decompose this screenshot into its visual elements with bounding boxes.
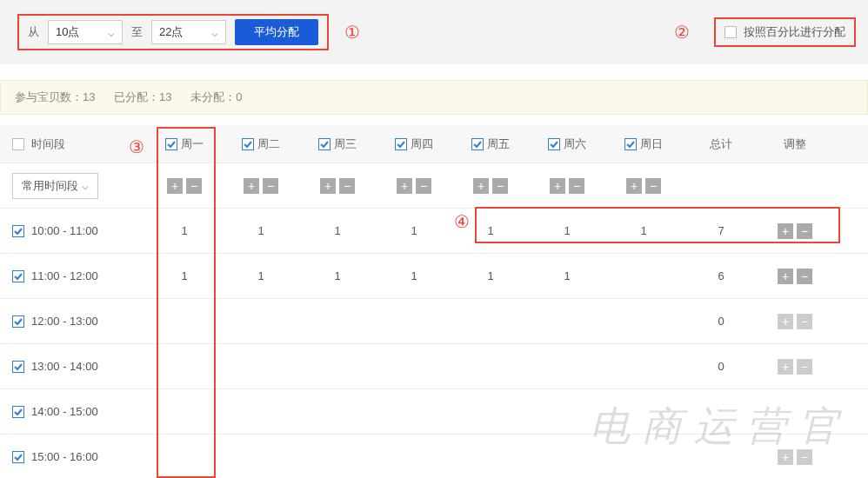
minus-button[interactable]: − bbox=[645, 178, 661, 194]
cell-value[interactable]: 1 bbox=[376, 224, 452, 237]
svg-rect-1 bbox=[243, 138, 254, 149]
checkbox-checked-icon[interactable] bbox=[12, 406, 24, 418]
checkbox-checked-icon bbox=[318, 138, 331, 150]
plus-button[interactable]: + bbox=[778, 359, 793, 375]
header-day-sat[interactable]: 周六 bbox=[529, 136, 605, 152]
minus-button[interactable]: − bbox=[492, 178, 508, 194]
percent-checkbox[interactable] bbox=[724, 26, 737, 38]
header-day-sun[interactable]: 周日 bbox=[605, 136, 682, 152]
time-range: 15:00 - 16:00 bbox=[31, 450, 98, 463]
distribute-button[interactable]: 平均分配 bbox=[235, 19, 318, 45]
annotation-2: ② bbox=[674, 22, 690, 43]
checkbox-checked-icon bbox=[624, 138, 637, 150]
table-row: 10:00 - 11:0011111117+− bbox=[0, 209, 868, 254]
plus-button[interactable]: + bbox=[778, 269, 793, 284]
svg-rect-0 bbox=[166, 138, 177, 149]
time-range: 10:00 - 11:00 bbox=[31, 224, 98, 237]
svg-rect-6 bbox=[625, 138, 637, 149]
svg-rect-10 bbox=[13, 361, 24, 372]
row-adjust: +− bbox=[760, 359, 830, 375]
header-day-mon[interactable]: 周一 bbox=[146, 136, 223, 152]
svg-rect-8 bbox=[13, 270, 24, 282]
time-range: 13:00 - 14:00 bbox=[31, 360, 98, 373]
checkbox-checked-icon[interactable] bbox=[12, 451, 24, 463]
stat-unallocated: 未分配：0 bbox=[190, 90, 242, 103]
cell-value[interactable]: 1 bbox=[146, 224, 223, 237]
row-adjust: +− bbox=[760, 223, 830, 239]
cell-value[interactable]: 1 bbox=[299, 224, 376, 237]
checkbox-checked-icon[interactable] bbox=[12, 225, 24, 237]
minus-button[interactable]: − bbox=[569, 178, 584, 194]
row-adjust: +− bbox=[760, 269, 830, 284]
minus-button[interactable]: − bbox=[416, 178, 431, 194]
cell-value[interactable]: 1 bbox=[146, 269, 223, 282]
cell-value[interactable]: 1 bbox=[376, 269, 452, 282]
minus-button[interactable]: − bbox=[797, 314, 812, 329]
from-label: 从 bbox=[28, 24, 39, 40]
time-range: 12:00 - 13:00 bbox=[31, 315, 98, 328]
chevron-down-icon: ⌵ bbox=[82, 179, 89, 192]
checkbox-checked-icon[interactable] bbox=[12, 315, 24, 328]
header-day-thu[interactable]: 周四 bbox=[376, 136, 452, 152]
checkbox-checked-icon[interactable] bbox=[12, 270, 24, 282]
checkbox-checked-icon bbox=[395, 138, 407, 150]
plus-button[interactable]: + bbox=[167, 178, 183, 194]
header-day-tue[interactable]: 周二 bbox=[223, 136, 299, 152]
header-day-wed[interactable]: 周三 bbox=[299, 136, 376, 152]
common-time-row: 常用时间段 ⌵ +− +− +− +− +− +− +− bbox=[0, 163, 868, 209]
filter-bar: 从 10点 ⌵ 至 22点 ⌵ 平均分配 ① ② 按照百分比进行分配 bbox=[0, 0, 868, 64]
common-time-select[interactable]: 常用时间段 ⌵ bbox=[12, 173, 98, 199]
svg-rect-12 bbox=[13, 451, 24, 462]
plus-button[interactable]: + bbox=[550, 178, 565, 194]
time-range: 14:00 - 15:00 bbox=[31, 405, 98, 418]
from-time-select[interactable]: 10点 ⌵ bbox=[48, 20, 123, 44]
svg-rect-7 bbox=[13, 225, 24, 236]
plus-button[interactable]: + bbox=[626, 178, 642, 194]
select-all-time-checkbox[interactable] bbox=[12, 138, 24, 150]
header-adjust: 调整 bbox=[760, 136, 830, 152]
minus-button[interactable]: − bbox=[797, 223, 812, 239]
header-total: 总计 bbox=[682, 136, 760, 152]
checkbox-checked-icon bbox=[165, 138, 177, 150]
cell-value[interactable]: 1 bbox=[529, 224, 605, 237]
minus-button[interactable]: − bbox=[797, 269, 812, 284]
time-range: 11:00 - 12:00 bbox=[31, 269, 98, 282]
row-total: 0 bbox=[682, 360, 760, 373]
plus-button[interactable]: + bbox=[320, 178, 336, 194]
cell-value[interactable]: 1 bbox=[529, 269, 605, 282]
table-row: 12:00 - 13:000+− bbox=[0, 299, 868, 344]
checkbox-checked-icon bbox=[548, 138, 560, 150]
minus-button[interactable]: − bbox=[797, 449, 812, 465]
to-time-select[interactable]: 22点 ⌵ bbox=[151, 20, 226, 44]
table-row: 13:00 - 14:000+− bbox=[0, 344, 868, 389]
to-label: 至 bbox=[131, 24, 143, 40]
plus-button[interactable]: + bbox=[397, 178, 412, 194]
chevron-down-icon: ⌵ bbox=[108, 26, 115, 39]
minus-button[interactable]: − bbox=[339, 178, 355, 194]
plus-button[interactable]: + bbox=[778, 314, 793, 329]
svg-rect-3 bbox=[396, 138, 407, 149]
cell-value[interactable]: 1 bbox=[299, 269, 376, 282]
checkbox-checked-icon[interactable] bbox=[12, 361, 24, 373]
minus-button[interactable]: − bbox=[797, 359, 812, 375]
cell-value[interactable]: 1 bbox=[452, 269, 529, 282]
annotation-4: ④ bbox=[454, 211, 470, 232]
minus-button[interactable]: − bbox=[263, 178, 278, 194]
minus-button[interactable]: − bbox=[186, 178, 202, 194]
cell-value[interactable]: 1 bbox=[223, 269, 299, 282]
cell-value[interactable]: 1 bbox=[223, 224, 299, 237]
annotation-1: ① bbox=[344, 22, 360, 43]
chevron-down-icon: ⌵ bbox=[211, 26, 218, 39]
cell-value[interactable]: 1 bbox=[605, 224, 682, 237]
plus-button[interactable]: + bbox=[244, 178, 259, 194]
svg-rect-2 bbox=[319, 138, 331, 149]
stats-bar: 参与宝贝数：13 已分配：13 未分配：0 bbox=[0, 80, 868, 115]
header-day-fri[interactable]: 周五 bbox=[452, 136, 529, 152]
plus-button[interactable]: + bbox=[473, 178, 489, 194]
plus-button[interactable]: + bbox=[778, 223, 793, 239]
row-adjust: +− bbox=[760, 449, 830, 465]
row-total: 0 bbox=[682, 315, 760, 328]
plus-button[interactable]: + bbox=[778, 449, 793, 465]
stat-participating: 参与宝贝数：13 bbox=[15, 90, 95, 103]
header-time: 时间段 bbox=[31, 136, 65, 152]
